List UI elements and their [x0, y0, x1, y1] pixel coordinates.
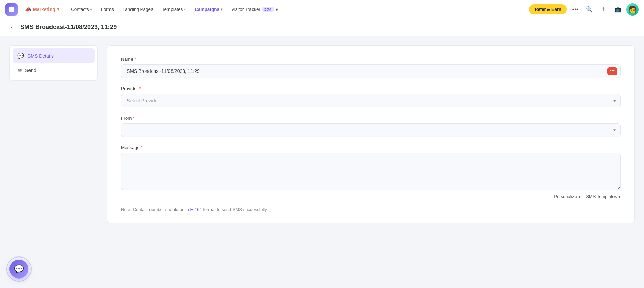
content-area: 💬 SMS Details ✉ Send Name * ••• P [0, 36, 644, 233]
nav-campaigns[interactable]: Campaigns ▾ [190, 4, 226, 14]
message-textarea[interactable] [121, 153, 621, 190]
chevron-down-icon: ▾ [90, 7, 92, 11]
page-header: ← SMS Broadcast-11/08/2023, 11:29 [0, 19, 644, 36]
nav-right: Refer & Earn ••• 🔍 + 📺 🧑 [529, 3, 639, 16]
broadcast-icon: 📺 [615, 6, 621, 13]
send-icon: ✉ [17, 67, 22, 74]
textarea-footer: Personalize ▾ SMS Templates ▾ [121, 194, 621, 199]
user-avatar[interactable]: 🧑 [626, 3, 639, 16]
personalize-button[interactable]: Personalize ▾ [554, 194, 581, 199]
name-label: Name * [121, 57, 621, 62]
message-field-group: Message * Personalize ▾ SMS Templates ▾ [121, 145, 621, 199]
nav-forms[interactable]: Forms [97, 4, 118, 14]
dots-icon: ••• [610, 69, 615, 74]
form-panel: Name * ••• Provider * Select Provider ▾ [107, 45, 635, 223]
provider-select-wrapper: Select Provider ▾ [121, 94, 621, 107]
chevron-down-icon: ▾ [221, 7, 222, 11]
brand-chevron-icon: ▾ [57, 7, 59, 12]
from-select-wrapper: ▾ [121, 123, 621, 137]
e164-link[interactable]: E.164 [190, 207, 202, 212]
more-dots-icon: ••• [572, 6, 578, 13]
name-input-wrapper: ••• [121, 64, 621, 78]
note-text: Note: Contact number should be in E.164 … [121, 207, 621, 212]
from-field-group: From * ▾ [121, 116, 621, 137]
nav-visitor-tracker[interactable]: Visitor Tracker beta ▾ [227, 4, 282, 15]
brand-menu[interactable]: 📣 Marketing ▾ [22, 5, 63, 14]
back-arrow-icon: ← [9, 24, 16, 31]
page-title: SMS Broadcast-11/08/2023, 11:29 [20, 24, 117, 31]
nav-templates[interactable]: Templates ▾ [158, 4, 190, 14]
nav-landing-pages[interactable]: Landing Pages [119, 4, 157, 14]
add-icon: + [602, 5, 606, 13]
back-button[interactable]: ← [9, 24, 16, 31]
chat-icon: 💬 [17, 53, 24, 59]
add-button[interactable]: + [598, 4, 609, 15]
chevron-down-icon: ▾ [184, 7, 186, 11]
chevron-down-icon: ▾ [276, 7, 278, 12]
provider-select[interactable]: Select Provider [121, 94, 621, 107]
chevron-down-icon: ▾ [578, 194, 581, 199]
sidebar-item-send[interactable]: ✉ Send [13, 63, 95, 78]
name-field-group: Name * ••• [121, 57, 621, 78]
avatar-image: 🧑 [628, 5, 637, 14]
provider-field-group: Provider * Select Provider ▾ [121, 86, 621, 107]
sidebar-item-label: SMS Details [27, 53, 54, 59]
required-indicator: * [134, 57, 136, 62]
search-icon: 🔍 [586, 6, 593, 13]
nav-contacts[interactable]: Contacts ▾ [67, 4, 96, 14]
refer-earn-button[interactable]: Refer & Earn [529, 4, 567, 14]
broadcast-button[interactable]: 📺 [612, 4, 624, 15]
more-options-button[interactable]: ••• [569, 4, 581, 15]
brand-label: Marketing [33, 7, 55, 12]
required-indicator: * [139, 86, 141, 91]
app-logo[interactable] [5, 3, 18, 16]
message-label: Message * [121, 145, 621, 150]
required-indicator: * [133, 116, 135, 121]
from-label: From * [121, 116, 621, 121]
chevron-down-icon: ▾ [618, 194, 621, 199]
name-action-button[interactable]: ••• [607, 67, 617, 75]
sidebar-item-sms-details[interactable]: 💬 SMS Details [13, 48, 95, 63]
search-button[interactable]: 🔍 [584, 4, 595, 15]
sidebar-item-label: Send [25, 68, 36, 73]
sms-templates-button[interactable]: SMS Templates ▾ [586, 194, 621, 199]
megaphone-icon: 📣 [25, 7, 31, 12]
beta-badge: beta [262, 7, 274, 12]
name-input[interactable] [121, 64, 621, 78]
navbar: 📣 Marketing ▾ Contacts ▾ Forms Landing P… [0, 0, 644, 19]
provider-label: Provider * [121, 86, 621, 91]
nav-items: Contacts ▾ Forms Landing Pages Templates… [67, 4, 528, 15]
from-select[interactable] [121, 123, 621, 137]
required-indicator: * [141, 145, 142, 150]
sidebar: 💬 SMS Details ✉ Send [9, 45, 98, 81]
